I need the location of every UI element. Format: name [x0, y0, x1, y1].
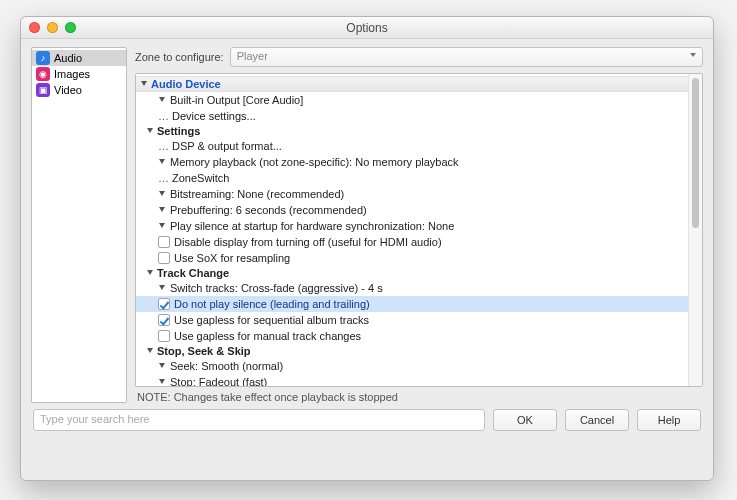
zone-label: Zone to configure: — [135, 51, 224, 63]
bottom-bar: Type your search here OK Cancel Help — [31, 403, 703, 433]
checkbox[interactable] — [158, 314, 170, 326]
sidebar-item-audio[interactable]: ♪ Audio — [32, 50, 126, 66]
sidebar-item-video[interactable]: ▣ Video — [32, 82, 126, 98]
checkbox[interactable] — [158, 330, 170, 342]
opt-builtin-output[interactable]: Built-in Output [Core Audio] — [136, 92, 688, 108]
checkbox[interactable] — [158, 252, 170, 264]
group-settings[interactable]: Settings — [136, 124, 688, 138]
scrollbar[interactable] — [688, 74, 702, 386]
section-audio-device[interactable]: Audio Device — [136, 76, 688, 92]
tree-content: Audio Device Built-in Output [Core Audio… — [136, 74, 688, 386]
group-stop-seek-skip[interactable]: Stop, Seek & Skip — [136, 344, 688, 358]
chevron-down-icon — [146, 269, 154, 277]
main-panel: Zone to configure: Player Audio Device B… — [135, 47, 703, 403]
chevron-down-icon — [158, 96, 166, 104]
ellipsis-icon: … — [158, 142, 168, 150]
opt-gapless-sequential[interactable]: Use gapless for sequential album tracks — [136, 312, 688, 328]
opt-use-sox[interactable]: Use SoX for resampling — [136, 250, 688, 266]
opt-device-settings[interactable]: …Device settings... — [136, 108, 688, 124]
opt-memory-playback[interactable]: Memory playback (not zone-specific): No … — [136, 154, 688, 170]
opt-stop[interactable]: Stop: Fadeout (fast) — [136, 374, 688, 386]
group-track-change[interactable]: Track Change — [136, 266, 688, 280]
opt-zoneswitch[interactable]: …ZoneSwitch — [136, 170, 688, 186]
ellipsis-icon: … — [158, 112, 168, 120]
search-placeholder: Type your search here — [40, 413, 149, 425]
window-title: Options — [21, 21, 713, 35]
chevron-down-icon — [158, 284, 166, 292]
window-body: ♪ Audio ◉ Images ▣ Video Zone to configu… — [21, 39, 713, 480]
zone-select[interactable]: Player — [230, 47, 703, 67]
video-icon: ▣ — [36, 83, 50, 97]
checkbox[interactable] — [158, 298, 170, 310]
zone-row: Zone to configure: Player — [135, 47, 703, 67]
opt-gapless-manual[interactable]: Use gapless for manual track changes — [136, 328, 688, 344]
chevron-down-icon — [158, 190, 166, 198]
sidebar-item-label: Video — [54, 84, 82, 96]
opt-disable-display-off[interactable]: Disable display from turning off (useful… — [136, 234, 688, 250]
chevron-down-icon — [146, 127, 154, 135]
opt-switch-tracks[interactable]: Switch tracks: Cross-fade (aggressive) -… — [136, 280, 688, 296]
chevron-down-icon — [158, 222, 166, 230]
chevron-down-icon — [158, 158, 166, 166]
opt-bitstreaming[interactable]: Bitstreaming: None (recommended) — [136, 186, 688, 202]
tree-viewport: Audio Device Built-in Output [Core Audio… — [136, 74, 688, 386]
checkbox[interactable] — [158, 236, 170, 248]
chevron-down-icon — [146, 347, 154, 355]
ellipsis-icon: … — [158, 174, 168, 182]
scrollbar-thumb[interactable] — [692, 78, 699, 228]
chevron-down-icon — [158, 206, 166, 214]
footer-note: NOTE: Changes take effect once playback … — [135, 387, 703, 403]
opt-play-silence-startup[interactable]: Play silence at startup for hardware syn… — [136, 218, 688, 234]
opt-seek[interactable]: Seek: Smooth (normal) — [136, 358, 688, 374]
category-sidebar: ♪ Audio ◉ Images ▣ Video — [31, 47, 127, 403]
cancel-button[interactable]: Cancel — [565, 409, 629, 431]
content-row: ♪ Audio ◉ Images ▣ Video Zone to configu… — [31, 47, 703, 403]
options-window: Options ♪ Audio ◉ Images ▣ Video — [20, 16, 714, 481]
chevron-down-icon — [158, 378, 166, 386]
zone-value: Player — [237, 50, 268, 62]
section-title: Audio Device — [151, 78, 221, 90]
opt-dsp-output[interactable]: …DSP & output format... — [136, 138, 688, 154]
opt-prebuffering[interactable]: Prebuffering: 6 seconds (recommended) — [136, 202, 688, 218]
titlebar: Options — [21, 17, 713, 39]
sidebar-item-label: Audio — [54, 52, 82, 64]
search-input[interactable]: Type your search here — [33, 409, 485, 431]
sidebar-item-label: Images — [54, 68, 90, 80]
settings-tree: Audio Device Built-in Output [Core Audio… — [135, 73, 703, 387]
chevron-down-icon — [158, 362, 166, 370]
help-button[interactable]: Help — [637, 409, 701, 431]
opt-do-not-play-silence[interactable]: Do not play silence (leading and trailin… — [136, 296, 688, 312]
ok-button[interactable]: OK — [493, 409, 557, 431]
audio-icon: ♪ — [36, 51, 50, 65]
images-icon: ◉ — [36, 67, 50, 81]
chevron-down-icon — [140, 80, 148, 88]
sidebar-item-images[interactable]: ◉ Images — [32, 66, 126, 82]
